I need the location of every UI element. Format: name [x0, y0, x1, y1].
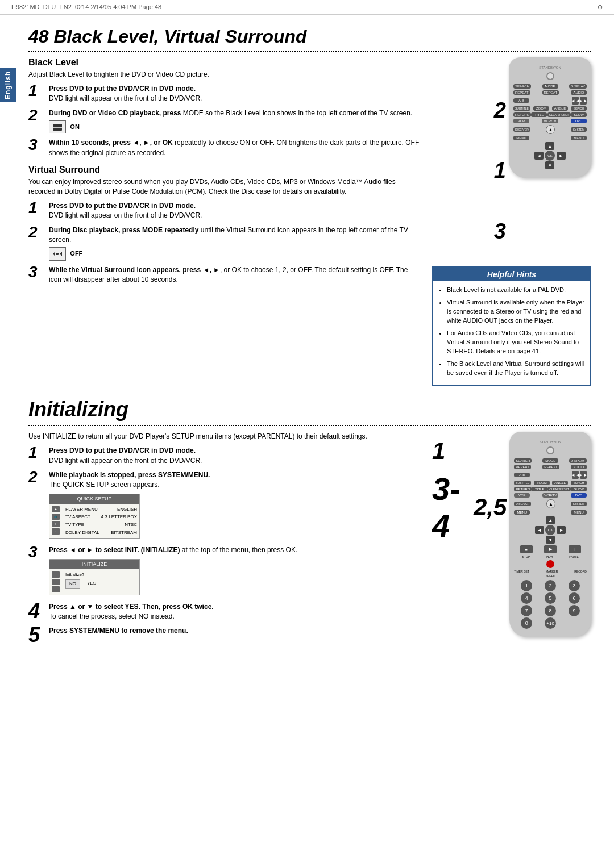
system-btn[interactable]: SYSTEM	[571, 127, 587, 132]
return-btn[interactable]: RETURN	[513, 112, 531, 117]
init-display-btn[interactable]: DISPLAY	[569, 458, 587, 463]
angle-btn[interactable]: ANGLE	[552, 106, 568, 111]
num-7[interactable]: 7	[521, 605, 532, 616]
prev-btn[interactable]: ◄◄	[572, 97, 579, 105]
init-dp-up[interactable]: ▲	[546, 516, 555, 524]
search-btn[interactable]: SEARCH	[513, 84, 531, 89]
num-plus10[interactable]: +10	[545, 617, 556, 629]
num-1[interactable]: 1	[521, 580, 532, 591]
display-btn[interactable]: DISPLAY	[569, 84, 587, 89]
init-angle-btn[interactable]: ANGLE	[552, 481, 568, 485]
init-prev-btn[interactable]: ◄◄	[572, 471, 579, 479]
menu-btn2[interactable]: MENU	[571, 136, 587, 140]
init-next-btn[interactable]: ►►	[580, 471, 587, 479]
init-dp-right[interactable]: ►	[557, 526, 566, 534]
black-level-subsection: Black Level Adjust Black Level to bright…	[28, 57, 421, 158]
remote-num-1: 1	[494, 158, 506, 183]
init-step2-num: 2	[28, 469, 44, 485]
init-vcr-btn[interactable]: VCR	[514, 493, 530, 498]
init-menu-btn2[interactable]: MENU	[571, 510, 587, 515]
dpad-up[interactable]: ▲	[545, 142, 554, 150]
init-power-btn[interactable]	[546, 446, 554, 454]
black-level-icon	[49, 120, 66, 133]
init-ss-header: INITIALIZE	[49, 560, 139, 569]
slow-btn[interactable]: SLOW	[571, 112, 587, 117]
left-column: Black Level Adjust Black Level to bright…	[28, 57, 421, 386]
repeat2-btn[interactable]: REPEAT	[542, 90, 559, 95]
init-repeat2-btn[interactable]: REPEAT	[542, 465, 559, 469]
num-4[interactable]: 4	[521, 592, 532, 604]
init-dp-left[interactable]: ◄	[535, 526, 544, 534]
init-question: Initialize?	[65, 571, 137, 578]
dpad-left[interactable]: ◄	[534, 152, 544, 160]
hints-list: Black Level is not available for a PAL D…	[439, 286, 584, 377]
init-dpad-up[interactable]: ▲	[546, 499, 555, 508]
init-skpch-btn[interactable]: SKP/CH	[571, 481, 587, 485]
init-rec-btn[interactable]	[546, 560, 554, 568]
ss-row-1: PLAYER MENU ENGLISH	[65, 506, 137, 513]
svg-rect-4	[56, 253, 59, 255]
dvd-btn[interactable]: DVD	[571, 119, 587, 123]
init-zoom-btn[interactable]: ZOOM	[534, 481, 550, 485]
init-dvd-btn[interactable]: DVD	[571, 493, 587, 498]
title-btn[interactable]: TITLE	[531, 112, 547, 117]
dpad-up-btn[interactable]: ▲	[546, 125, 555, 134]
init-dp-ok[interactable]: OK	[545, 525, 555, 535]
init-pause-label: PAUSE	[569, 555, 579, 558]
dpad-right[interactable]: ►	[557, 152, 566, 160]
main-content: 48 Black Level, Virtual Surround Black L…	[0, 15, 614, 661]
init-discvcr-btn[interactable]: DISC/VCR	[514, 502, 531, 506]
num-2[interactable]: 2	[545, 580, 556, 591]
remote-source-row: VCR VCR/TV DVD	[513, 119, 587, 123]
init-dp-down[interactable]: ▼	[546, 536, 555, 544]
num-6[interactable]: 6	[569, 592, 580, 604]
dpad-ok[interactable]: OK	[545, 151, 555, 161]
num-0[interactable]: 0	[521, 617, 532, 629]
ss-row-2: TV ASPECT 4:3 LETTER BOX	[65, 514, 137, 520]
power-button[interactable]	[546, 72, 554, 80]
vcrtv-btn[interactable]: VCR/TV	[542, 119, 558, 123]
init-ss-icon-3	[52, 586, 60, 592]
num-8[interactable]: 8	[545, 605, 556, 616]
init-play-btn[interactable]: ▶	[544, 545, 557, 553]
init-step5: 5 Press SYSTEM/MENU to remove the menu.	[28, 626, 421, 645]
init-ab-btn[interactable]: A-B	[514, 473, 530, 477]
menu-btn1[interactable]: MENU	[513, 136, 529, 140]
init-title-btn[interactable]: TITLE	[532, 487, 547, 491]
virtual-surround-intro: You can enjoy improved stereo sound when…	[28, 177, 421, 197]
next-btn[interactable]: ►►	[580, 97, 587, 105]
clearreset-btn[interactable]: CLEAR/RESET	[547, 112, 571, 117]
vcr-btn[interactable]: VCR	[513, 119, 529, 123]
svg-marker-3	[60, 252, 62, 256]
mode-btn[interactable]: MODE	[542, 84, 558, 89]
init-stop-btn[interactable]: ■	[520, 545, 533, 553]
num-9[interactable]: 9	[569, 605, 580, 616]
skpch-btn[interactable]: SKP/CH	[571, 106, 587, 111]
remote-transport1: A-B ◄◄ ►►	[513, 97, 587, 105]
subtitle-btn[interactable]: SUBTITLE	[513, 106, 530, 111]
init-menu-btn1[interactable]: MENU	[514, 510, 530, 515]
discvcr-btn[interactable]: DISC/VCR	[513, 127, 530, 132]
init-repeat1-btn[interactable]: REPEAT	[514, 465, 531, 469]
vs-step1-number: 1	[28, 200, 44, 216]
init-slow-btn[interactable]: SLOW	[571, 487, 587, 491]
init-mode-btn[interactable]: MODE	[542, 458, 558, 463]
black-level-step3: 3 Within 10 seconds, press ◄, ►, or OK r…	[28, 138, 421, 158]
zoom-btn[interactable]: ZOOM	[533, 106, 549, 111]
num-5[interactable]: 5	[545, 592, 556, 604]
remote-area-top: 2 1 3 STANDBY/ON SEARCH MO	[432, 57, 591, 262]
init-speed-label: SPEED	[514, 574, 587, 578]
init-pause-btn[interactable]: ⏸	[569, 545, 581, 553]
init-subtitle-btn[interactable]: SUBTITLE	[514, 481, 531, 485]
init-vcrtv-btn[interactable]: VCR/TV	[542, 493, 558, 498]
dpad-down[interactable]: ▼	[545, 161, 554, 169]
repeat1-btn[interactable]: REPEAT	[513, 90, 530, 95]
init-search-btn[interactable]: SEARCH	[514, 458, 532, 463]
num-3[interactable]: 3	[569, 580, 580, 591]
init-audio-btn[interactable]: AUDIO	[571, 465, 587, 469]
init-system-btn[interactable]: SYSTEM	[571, 502, 587, 506]
init-clearreset-btn[interactable]: CLEAR/RESET	[547, 487, 571, 491]
ab-btn[interactable]: A-B	[513, 98, 529, 103]
audio-btn[interactable]: AUDIO	[571, 90, 587, 95]
init-return-btn[interactable]: RETURN	[514, 487, 532, 491]
